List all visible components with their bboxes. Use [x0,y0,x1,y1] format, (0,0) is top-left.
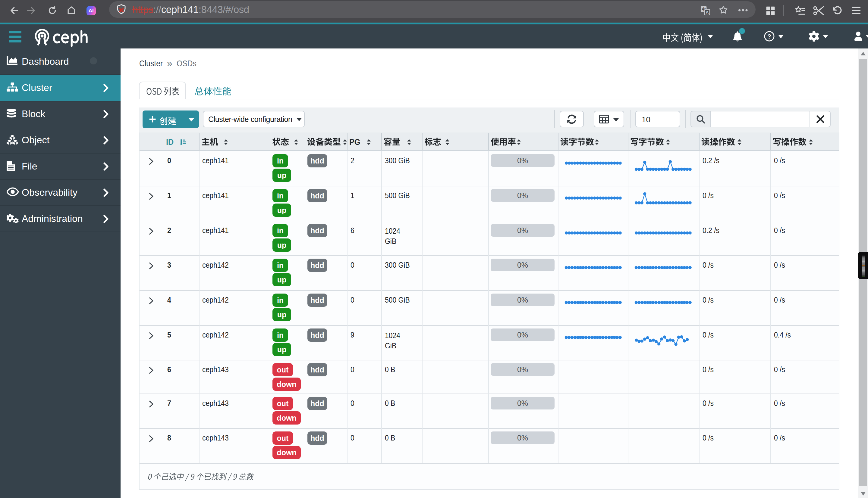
svg-text:A: A [705,10,709,15]
svg-text:?: ? [767,33,771,40]
